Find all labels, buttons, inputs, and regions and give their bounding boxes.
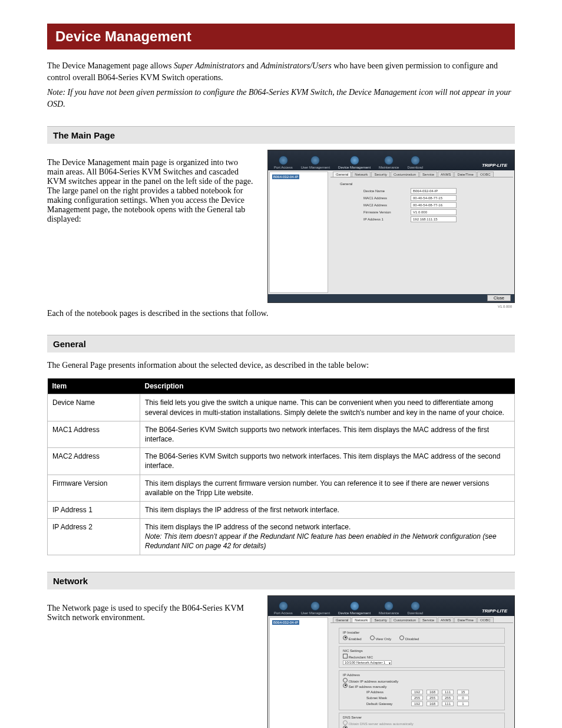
general-lead: The General Page presents information ab… [47, 361, 515, 370]
octet-input[interactable]: 255 [411, 696, 423, 700]
tree-item[interactable]: B064-032-04-IP [272, 174, 299, 179]
field-value[interactable]: 00-40-54-08-77-16 [411, 202, 457, 208]
section-heading-general: General [47, 335, 515, 353]
tab-strip: General Network Security Customization S… [330, 617, 513, 623]
radio-ip-auto[interactable] [343, 678, 348, 683]
radio-view-only[interactable]: View Only [370, 635, 392, 641]
network-lead: The Network page is used to specify the … [47, 604, 254, 622]
tab-network[interactable]: Network [352, 617, 371, 622]
gear-icon [350, 156, 359, 165]
nav-maintenance[interactable]: Maintenance [376, 154, 401, 170]
tab-oobc[interactable]: OOBC [477, 172, 494, 177]
general-field-row: Device NameB064-032-04-IP [363, 188, 504, 194]
octet-input[interactable]: 255 [442, 696, 454, 700]
tab-customization[interactable]: Customization [391, 172, 419, 177]
radio-enabled[interactable]: Enabled [343, 635, 362, 641]
user-icon [310, 156, 320, 165]
close-button[interactable]: Close [487, 295, 511, 301]
nav-user-management[interactable]: User Management [299, 600, 332, 616]
octet-input[interactable]: 15 [457, 690, 469, 694]
radio-ip-manual[interactable] [343, 683, 348, 688]
tab-oobc[interactable]: OOBC [477, 617, 494, 622]
th-item: Item [48, 378, 140, 394]
nav-port-access[interactable]: Port Access [272, 154, 295, 170]
intro-paragraph: The Device Management page allows Super … [47, 60, 515, 83]
tab-service[interactable]: Service [419, 617, 437, 622]
page-title: Device Management [47, 24, 515, 50]
octet-input[interactable]: 1 [457, 701, 469, 706]
tab-anms[interactable]: ANMS [438, 617, 454, 622]
radio-disabled[interactable]: Disabled [399, 635, 419, 641]
nav-device-management[interactable]: Device Management [336, 600, 373, 616]
tab-security[interactable]: Security [371, 617, 390, 622]
section-heading-main-page: The Main Page [47, 126, 515, 144]
th-desc: Description [140, 378, 515, 394]
nav-user-management[interactable]: User Management [299, 154, 332, 170]
tab-security[interactable]: Security [371, 172, 390, 177]
intro-note: Note: If you have not been given permiss… [47, 87, 515, 110]
checkbox-redundant-nic[interactable] [343, 654, 348, 658]
gear-icon [350, 601, 359, 611]
table-row: Firmware VersionThis item displays the c… [48, 475, 515, 501]
tab-network[interactable]: Network [352, 172, 371, 177]
screenshot-general: Port Access User Management Device Manag… [267, 150, 515, 303]
nav-device-management[interactable]: Device Management [336, 154, 373, 170]
octet-input[interactable]: 192 [411, 701, 423, 706]
nav-maintenance[interactable]: Maintenance [376, 600, 401, 616]
nav-port-access[interactable]: Port Access [272, 600, 295, 616]
octet-input[interactable]: 192 [411, 690, 423, 694]
tab-general[interactable]: General [333, 172, 351, 177]
nav-download[interactable]: Download [405, 600, 425, 616]
wrench-icon [384, 156, 394, 165]
general-field-row: IP Address 1192.168.111.15 [363, 216, 504, 222]
wrench-icon [384, 601, 394, 611]
tab-customization[interactable]: Customization [391, 617, 419, 622]
field-value[interactable]: V1.0.000 [411, 209, 457, 215]
table-row: IP Address 1This item displays the IP ad… [48, 501, 515, 518]
device-tree[interactable]: B064-032-04-IP [269, 617, 328, 728]
download-icon [411, 601, 420, 611]
globe-icon [279, 601, 288, 611]
section-heading-network: Network [47, 572, 515, 589]
main-page-paragraph: The Device Management main page is organ… [47, 158, 254, 224]
general-field-row: MAC1 Address00-40-54-08-77-15 [363, 195, 504, 201]
table-row: MAC1 AddressThe B064-Series KVM Switch s… [48, 421, 515, 447]
brand-logo: TRIPP·LITE [478, 160, 511, 170]
tab-general[interactable]: General [333, 617, 351, 622]
tab-datetime[interactable]: Date/Time [454, 617, 476, 622]
tab-service[interactable]: Service [419, 172, 437, 177]
fieldset-ip-installer: IP Installer Enabled View Only Disabled [339, 628, 505, 644]
fieldset-nic: NIC Settings Redundant NIC 10/100 Networ… [339, 646, 505, 668]
octet-input[interactable]: 168 [427, 701, 438, 706]
general-table: Item Description Device NameThis field l… [47, 378, 515, 555]
octet-input[interactable]: 0 [457, 696, 469, 700]
field-value[interactable]: 192.168.111.15 [411, 216, 457, 222]
octet-input[interactable]: 168 [427, 690, 438, 694]
radio-dns-manual[interactable] [343, 726, 348, 728]
general-field-row: MAC2 Address00-40-54-08-77-16 [363, 202, 504, 208]
tab-anms[interactable]: ANMS [438, 172, 454, 177]
radio-dns-auto[interactable] [343, 720, 348, 725]
download-icon [411, 156, 420, 165]
main-page-after-text: Each of the notebook pages is described … [47, 309, 515, 318]
fieldset-ip-address: IP Address Obtain IP address automatical… [339, 670, 505, 710]
octet-input[interactable]: 255 [427, 696, 438, 700]
screenshot-network: Port Access User Management Device Manag… [267, 595, 515, 728]
table-row: MAC2 AddressThe B064-Series KVM Switch s… [48, 448, 515, 475]
user-icon [310, 601, 320, 611]
table-row: IP Address 2This item displays the IP ad… [48, 519, 515, 555]
tab-datetime[interactable]: Date/Time [454, 172, 476, 177]
fieldset-dns: DNS Server Obtain DNS server address aut… [339, 713, 505, 728]
device-tree[interactable]: B064-032-04-IP [269, 172, 328, 293]
tab-strip: General Network Security Customization S… [330, 172, 513, 177]
select-adapter[interactable]: 10/100 Network Adapter 1 [343, 660, 392, 665]
intro-block: The Device Management page allows Super … [47, 60, 515, 110]
field-value[interactable]: 00-40-54-08-77-15 [411, 195, 457, 201]
ip-row: Default Gateway1921681111 [366, 701, 501, 706]
octet-input[interactable]: 111 [442, 701, 454, 706]
nav-download[interactable]: Download [405, 154, 425, 170]
octet-input[interactable]: 111 [442, 690, 454, 694]
tree-item[interactable]: B064-032-04-IP [272, 620, 299, 625]
field-value[interactable]: B064-032-04-IP [411, 188, 457, 194]
ip-row: Subnet Mask2552552550 [366, 696, 501, 700]
